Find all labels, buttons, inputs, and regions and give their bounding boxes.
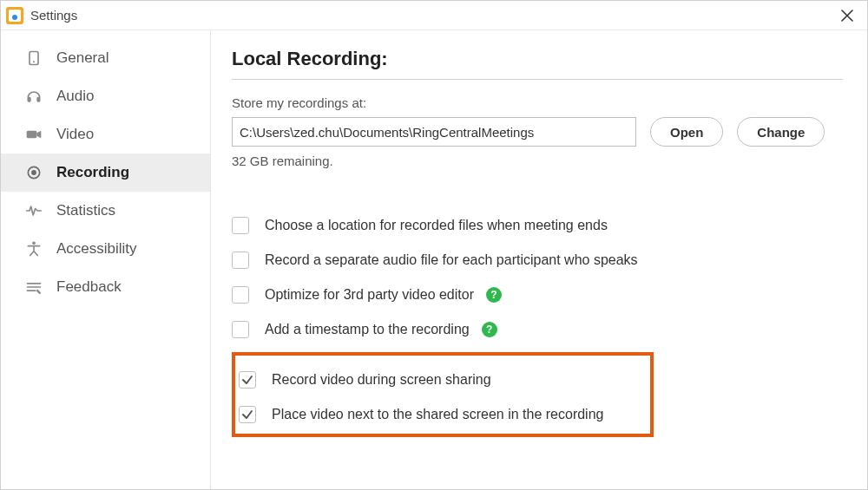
content-pane: Local Recording: Store my recordings at:…	[211, 30, 867, 489]
sidebar-item-audio[interactable]: Audio	[1, 77, 210, 115]
sidebar-item-video[interactable]: Video	[1, 115, 210, 154]
option-optimize-editor: Optimize for 3rd party video editor ?	[232, 278, 843, 312]
sidebar-item-label: Recording	[56, 164, 129, 181]
option-label: Add a timestamp to the recording	[265, 322, 470, 337]
option-separate-audio: Record a separate audio file for each pa…	[232, 243, 843, 278]
close-icon	[841, 10, 853, 22]
close-button[interactable]	[832, 3, 862, 28]
titlebar: Settings	[1, 1, 867, 30]
option-label: Record a separate audio file for each pa…	[265, 252, 638, 268]
checkbox-record-during-share[interactable]	[239, 371, 256, 389]
statistics-icon	[25, 202, 48, 219]
svg-point-7	[32, 242, 36, 245]
section-title: Local Recording:	[232, 48, 843, 70]
checkbox-choose-location[interactable]	[232, 217, 249, 234]
check-icon	[241, 408, 253, 421]
option-label: Place video next to the shared screen in…	[272, 407, 603, 422]
change-button[interactable]: Change	[737, 117, 825, 147]
sidebar-item-recording[interactable]: Recording	[1, 154, 210, 192]
audio-icon	[25, 88, 48, 105]
accessibility-icon	[25, 240, 48, 258]
recording-path-input[interactable]	[232, 117, 636, 147]
sidebar-item-general[interactable]: General	[1, 39, 210, 77]
general-icon	[25, 49, 48, 67]
feedback-icon	[25, 278, 48, 296]
option-record-during-share: Record video during screen sharing	[239, 363, 647, 397]
path-row: Open Change	[232, 117, 843, 147]
svg-rect-3	[36, 97, 40, 102]
app-icon	[6, 7, 23, 24]
sidebar-item-label: General	[56, 49, 108, 67]
video-icon	[25, 126, 48, 143]
open-button[interactable]: Open	[650, 117, 723, 147]
option-place-video-next: Place video next to the shared screen in…	[239, 397, 647, 432]
help-icon[interactable]: ?	[482, 322, 497, 337]
checkbox-optimize-editor[interactable]	[232, 286, 249, 304]
option-label: Choose a location for recorded files whe…	[265, 218, 608, 233]
option-label: Record video during screen sharing	[272, 372, 491, 388]
sidebar-item-label: Audio	[56, 88, 94, 105]
recording-icon	[25, 164, 48, 181]
sidebar-item-label: Accessibility	[56, 240, 137, 258]
sidebar-item-statistics[interactable]: Statistics	[1, 192, 210, 230]
sidebar-item-label: Statistics	[56, 202, 115, 219]
help-icon[interactable]: ?	[486, 287, 502, 303]
sidebar: General Audio Video Recording	[1, 30, 211, 489]
remaining-text: 32 GB remaining.	[232, 154, 843, 168]
highlighted-options: Record video during screen sharing Place…	[232, 352, 654, 437]
svg-point-1	[33, 61, 35, 62]
checkbox-separate-audio[interactable]	[232, 252, 249, 269]
store-label: Store my recordings at:	[232, 95, 843, 110]
svg-rect-2	[28, 97, 31, 102]
svg-rect-0	[30, 52, 38, 65]
sidebar-item-accessibility[interactable]: Accessibility	[1, 230, 210, 268]
option-choose-location: Choose a location for recorded files whe…	[232, 208, 843, 243]
sidebar-item-feedback[interactable]: Feedback	[1, 268, 210, 306]
settings-window: Settings General Audio	[0, 0, 868, 490]
check-icon	[241, 374, 253, 386]
checkbox-add-timestamp[interactable]	[232, 321, 249, 338]
svg-rect-4	[27, 131, 37, 138]
window-body: General Audio Video Recording	[1, 30, 867, 489]
svg-point-6	[31, 170, 36, 175]
checkbox-place-video-next[interactable]	[239, 406, 256, 423]
sidebar-item-label: Video	[56, 126, 94, 143]
options-group: Choose a location for recorded files whe…	[232, 208, 843, 437]
option-add-timestamp: Add a timestamp to the recording ?	[232, 312, 843, 347]
option-label: Optimize for 3rd party video editor	[265, 287, 474, 303]
window-title: Settings	[30, 8, 77, 23]
section-divider	[232, 79, 843, 80]
sidebar-item-label: Feedback	[56, 278, 122, 296]
